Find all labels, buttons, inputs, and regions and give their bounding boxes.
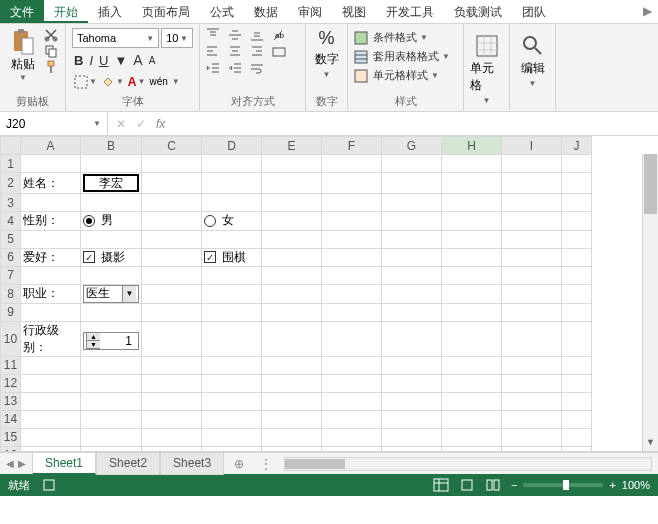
zoom-in-button[interactable]: +	[609, 479, 615, 491]
sheet-nav-prev[interactable]: ◀	[6, 458, 14, 469]
cell-d4[interactable]: 女	[202, 212, 262, 231]
cell-d6[interactable]: 围棋	[202, 248, 262, 266]
col-header-c[interactable]: C	[142, 137, 202, 155]
tab-pagelayout[interactable]: 页面布局	[132, 0, 200, 23]
spin-up-icon[interactable]: ▲	[87, 333, 100, 341]
font-name-select[interactable]: Tahoma▼	[72, 28, 159, 48]
row-header[interactable]: 15	[1, 428, 21, 446]
page-break-button[interactable]	[485, 478, 501, 492]
tab-team[interactable]: 团队	[512, 0, 556, 23]
row-header[interactable]: 2	[1, 173, 21, 194]
cell-b2[interactable]: 李宏	[81, 173, 142, 194]
rank-label[interactable]: 行政级别：	[21, 321, 81, 356]
scroll-thumb[interactable]	[644, 154, 657, 214]
zoom-slider[interactable]	[523, 483, 603, 487]
borders-button[interactable]: ▼	[74, 75, 97, 89]
cut-button[interactable]	[43, 28, 59, 42]
col-header-d[interactable]: D	[202, 137, 262, 155]
row-header[interactable]: 3	[1, 194, 21, 212]
table-format-button[interactable]: 套用表格格式▼	[354, 47, 457, 66]
phonetic-guide-button[interactable]: wén	[149, 76, 167, 87]
cancel-formula-icon[interactable]: ✕	[116, 117, 126, 131]
sheet-tab-3[interactable]: Sheet3	[160, 452, 224, 475]
cells-button[interactable]: 单元格 ▼	[470, 28, 503, 105]
fx-button[interactable]: fx	[156, 117, 165, 131]
tab-formulas[interactable]: 公式	[200, 0, 244, 23]
editing-button[interactable]: 编辑 ▼	[521, 28, 545, 88]
name-label[interactable]: 姓名：	[21, 173, 81, 194]
checkbox-go[interactable]: 围棋	[204, 249, 246, 266]
radio-male[interactable]: 男	[83, 212, 113, 229]
increase-font-button[interactable]: A	[133, 52, 142, 68]
hobby-label[interactable]: 爱好：	[21, 248, 81, 266]
row-header[interactable]: 11	[1, 356, 21, 374]
row-header[interactable]: 8	[1, 284, 21, 303]
merge-button[interactable]	[272, 45, 288, 59]
scroll-down-icon[interactable]: ▼	[643, 437, 658, 451]
col-header-i[interactable]: I	[502, 137, 562, 155]
orientation-button[interactable]: ab	[272, 28, 288, 42]
formula-input[interactable]	[173, 114, 658, 134]
fill-color-button[interactable]: ▼	[101, 75, 124, 89]
scroll-thumb[interactable]	[285, 459, 345, 469]
gender-label[interactable]: 性别：	[21, 212, 81, 231]
cell-b8[interactable]: 医生▼	[81, 284, 142, 303]
bold-button[interactable]: B	[74, 53, 83, 68]
cell-b10[interactable]: ▲▼1	[81, 321, 142, 356]
decrease-indent-button[interactable]	[206, 62, 222, 76]
row-header[interactable]: 14	[1, 410, 21, 428]
align-top-button[interactable]	[206, 28, 222, 42]
font-color-button[interactable]: A▼	[128, 75, 146, 89]
sheet-tab-2[interactable]: Sheet2	[96, 452, 160, 475]
increase-indent-button[interactable]	[228, 62, 244, 76]
paste-button[interactable]: 粘贴 ▼	[6, 28, 40, 82]
cell-b4[interactable]: 男	[81, 212, 142, 231]
ribbon-overflow-icon[interactable]: ▶	[637, 0, 658, 23]
sheet-nav-next[interactable]: ▶	[18, 458, 26, 469]
row-header[interactable]: 10	[1, 321, 21, 356]
row-header[interactable]: 16	[1, 446, 21, 452]
col-header-f[interactable]: F	[322, 137, 382, 155]
row-header[interactable]: 9	[1, 303, 21, 321]
col-header-e[interactable]: E	[262, 137, 322, 155]
enter-formula-icon[interactable]: ✓	[136, 117, 146, 131]
job-label[interactable]: 职业：	[21, 284, 81, 303]
zoom-out-button[interactable]: −	[511, 479, 517, 491]
row-header[interactable]: 7	[1, 266, 21, 284]
row-header[interactable]: 1	[1, 155, 21, 173]
normal-view-button[interactable]	[433, 478, 449, 492]
row-header[interactable]: 5	[1, 230, 21, 248]
italic-button[interactable]: I	[89, 53, 93, 68]
conditional-format-button[interactable]: 条件格式▼	[354, 28, 457, 47]
col-header-j[interactable]: J	[562, 137, 592, 155]
macro-record-icon[interactable]	[42, 478, 56, 492]
tab-loadtest[interactable]: 负载测试	[444, 0, 512, 23]
col-header-a[interactable]: A	[21, 137, 81, 155]
copy-button[interactable]	[43, 44, 59, 58]
page-layout-button[interactable]	[459, 478, 475, 492]
tab-view[interactable]: 视图	[332, 0, 376, 23]
decrease-font-button[interactable]: A	[149, 55, 156, 66]
col-header-b[interactable]: B	[81, 137, 142, 155]
row-header[interactable]: 4	[1, 212, 21, 231]
align-bottom-button[interactable]	[250, 28, 266, 42]
percent-button[interactable]: %	[318, 28, 334, 49]
spin-down-icon[interactable]: ▼	[87, 341, 100, 349]
add-sheet-button[interactable]: ⊕	[224, 454, 254, 474]
col-header-h[interactable]: H	[442, 137, 502, 155]
row-header[interactable]: 12	[1, 374, 21, 392]
underline-button[interactable]: U	[99, 53, 108, 68]
name-input[interactable]: 李宏	[83, 174, 139, 192]
tab-file[interactable]: 文件	[0, 0, 44, 23]
align-center-button[interactable]	[228, 45, 244, 59]
tab-developer[interactable]: 开发工具	[376, 0, 444, 23]
zoom-level[interactable]: 100%	[622, 479, 650, 491]
row-header[interactable]: 6	[1, 248, 21, 266]
radio-female[interactable]: 女	[204, 212, 234, 229]
align-right-button[interactable]	[250, 45, 266, 59]
col-header-g[interactable]: G	[382, 137, 442, 155]
job-combobox[interactable]: 医生▼	[83, 285, 139, 303]
vertical-scrollbar[interactable]: ▲ ▼	[642, 154, 658, 451]
font-size-select[interactable]: 10▼	[161, 28, 193, 48]
checkbox-photo[interactable]: 摄影	[83, 249, 125, 266]
